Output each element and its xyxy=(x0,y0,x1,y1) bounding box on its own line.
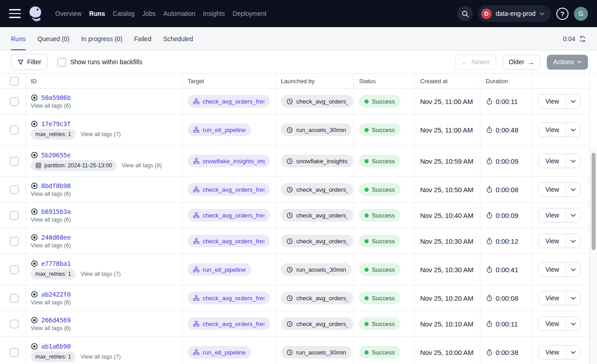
view-all-tags-link[interactable]: View all tags (8) xyxy=(122,162,162,169)
view-all-tags-link[interactable]: View all tags (6) xyxy=(31,191,71,197)
launched-by-pill[interactable]: check_avg_orders_f… xyxy=(281,95,353,108)
run-id-link[interactable]: 248d68ee xyxy=(41,234,71,241)
run-id-link[interactable]: 8bdf8b98 xyxy=(41,182,71,189)
target-job-pill[interactable]: run_etl_pipeline xyxy=(188,123,251,136)
target-job-pill[interactable]: check_avg_orders_freshne xyxy=(188,292,270,304)
vertical-scrollbar[interactable] xyxy=(592,153,596,250)
show-backfills-toggle[interactable]: Show runs within backfills xyxy=(57,58,142,66)
menu-icon[interactable] xyxy=(9,9,21,18)
row-checkbox[interactable] xyxy=(10,157,19,165)
target-job-pill[interactable]: snowflake_insights_import xyxy=(188,155,270,167)
launched-by-pill[interactable]: check_avg_orders_f… xyxy=(281,235,353,247)
actions-button[interactable]: Actions xyxy=(547,55,588,70)
view-dropdown-button[interactable] xyxy=(566,183,580,196)
launched-by-pill[interactable]: snowflake_insights_… xyxy=(281,155,353,167)
target-job-pill[interactable]: check_avg_orders_freshne xyxy=(188,235,270,247)
tab-queued-0[interactable]: Queued (0) xyxy=(38,27,70,50)
launched-by-pill[interactable]: check_avg_orders_f… xyxy=(281,209,353,222)
row-checkbox[interactable] xyxy=(10,211,19,220)
view-all-tags-link[interactable]: View all tags (7) xyxy=(81,354,121,360)
view-dropdown-button[interactable] xyxy=(566,317,580,331)
scrollbar-track[interactable] xyxy=(590,147,597,364)
nav-item-runs[interactable]: Runs xyxy=(89,10,105,17)
row-checkbox[interactable] xyxy=(10,185,19,194)
target-job-pill[interactable]: check_avg_orders_freshne xyxy=(188,95,270,108)
view-button[interactable]: View xyxy=(539,263,566,276)
view-button[interactable]: View xyxy=(539,95,566,108)
newer-button[interactable]: ← Newer xyxy=(455,55,496,70)
dagster-logo-icon[interactable] xyxy=(27,4,45,24)
view-button[interactable]: View xyxy=(539,208,566,222)
view-dropdown-button[interactable] xyxy=(566,291,580,305)
view-dropdown-button[interactable] xyxy=(566,154,580,168)
view-button[interactable]: View xyxy=(539,154,566,168)
row-checkbox[interactable] xyxy=(10,348,19,357)
run-tag-pill[interactable]: max_retries: 1 xyxy=(31,269,76,279)
view-dropdown-button[interactable] xyxy=(566,208,580,222)
run-id-link[interactable]: e7778ba1 xyxy=(41,260,71,267)
run-id-link[interactable]: b6915b3a xyxy=(41,208,71,215)
launched-by-pill[interactable]: run_assets_30min xyxy=(281,123,351,136)
view-button[interactable]: View xyxy=(539,234,566,248)
view-all-tags-link[interactable]: View all tags (6) xyxy=(31,299,71,306)
user-avatar[interactable]: G xyxy=(574,7,588,21)
view-all-tags-link[interactable]: View all tags (7) xyxy=(81,271,121,277)
target-job-pill[interactable]: check_avg_orders_freshne xyxy=(188,183,270,196)
run-id-link[interactable]: 5b20655e xyxy=(41,151,71,159)
tab-scheduled[interactable]: Scheduled xyxy=(163,27,193,50)
run-tag-pill[interactable]: max_retries: 1 xyxy=(31,129,76,140)
filter-button[interactable]: Filter xyxy=(11,54,47,70)
view-all-tags-link[interactable]: View all tags (6) xyxy=(31,325,71,331)
run-id-link[interactable]: ab2422f0 xyxy=(41,291,71,298)
view-dropdown-button[interactable] xyxy=(566,263,580,276)
select-all-checkbox[interactable] xyxy=(10,77,19,85)
row-checkbox[interactable] xyxy=(10,265,19,274)
view-button[interactable]: View xyxy=(539,123,566,137)
view-all-tags-link[interactable]: View all tags (7) xyxy=(81,131,121,137)
nav-item-automation[interactable]: Automation xyxy=(163,10,195,17)
view-all-tags-link[interactable]: View all tags (6) xyxy=(31,103,71,109)
view-dropdown-button[interactable] xyxy=(566,345,580,359)
older-button[interactable]: Older → xyxy=(502,55,540,70)
nav-item-insights[interactable]: Insights xyxy=(203,10,225,17)
tab-failed[interactable]: Failed xyxy=(134,27,152,50)
target-job-pill[interactable]: run_etl_pipeline xyxy=(188,346,251,359)
row-checkbox[interactable] xyxy=(10,320,19,328)
refresh-icon[interactable] xyxy=(579,35,586,43)
row-checkbox[interactable] xyxy=(10,237,19,246)
tab-in-progress-0[interactable]: In progress (0) xyxy=(81,27,123,50)
run-id-link[interactable]: ab1a6b90 xyxy=(41,343,71,350)
nav-item-overview[interactable]: Overview xyxy=(55,10,81,17)
tab-runs[interactable]: Runs xyxy=(11,27,26,50)
launched-by-pill[interactable]: check_avg_orders_f… xyxy=(281,183,353,196)
launched-by-pill[interactable]: run_assets_30min xyxy=(281,346,351,359)
search-button[interactable] xyxy=(457,6,473,21)
launched-by-pill[interactable]: check_avg_orders_f… xyxy=(281,292,353,304)
launched-by-pill[interactable]: check_avg_orders_f… xyxy=(281,317,353,330)
target-job-pill[interactable]: check_avg_orders_freshne xyxy=(188,209,270,222)
help-icon[interactable]: ? xyxy=(556,8,569,20)
view-dropdown-button[interactable] xyxy=(566,234,580,248)
view-dropdown-button[interactable] xyxy=(566,123,580,137)
view-button[interactable]: View xyxy=(539,291,566,305)
view-button[interactable]: View xyxy=(539,345,566,359)
view-dropdown-button[interactable] xyxy=(566,95,580,108)
nav-item-deployment[interactable]: Deployment xyxy=(232,10,266,17)
view-button[interactable]: View xyxy=(539,317,566,331)
view-all-tags-link[interactable]: View all tags (6) xyxy=(31,217,71,223)
run-id-link[interactable]: 266d4569 xyxy=(41,317,71,324)
run-tag-pill[interactable]: partition: 2024-11-25-13:00 xyxy=(31,160,117,171)
row-checkbox[interactable] xyxy=(10,126,19,134)
nav-item-catalog[interactable]: Catalog xyxy=(113,10,134,17)
view-button[interactable]: View xyxy=(539,183,566,196)
nav-item-jobs[interactable]: Jobs xyxy=(142,10,156,17)
target-job-pill[interactable]: run_etl_pipeline xyxy=(188,263,251,276)
view-all-tags-link[interactable]: View all tags (6) xyxy=(31,242,71,249)
row-checkbox[interactable] xyxy=(10,294,19,303)
run-id-link[interactable]: 50a5986b xyxy=(41,94,71,101)
show-backfills-checkbox[interactable] xyxy=(57,58,66,66)
launched-by-pill[interactable]: run_assets_30min xyxy=(281,263,351,276)
run-tag-pill[interactable]: max_retries: 1 xyxy=(31,351,76,362)
target-job-pill[interactable]: check_avg_orders_freshne xyxy=(188,317,270,330)
run-id-link[interactable]: 17e79c3f xyxy=(41,120,71,128)
